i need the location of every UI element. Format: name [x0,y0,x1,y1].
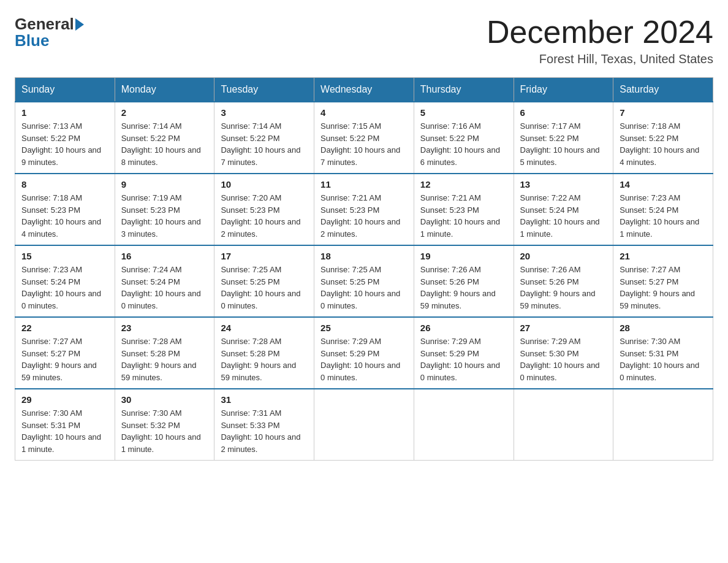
day-number: 10 [221,179,308,190]
calendar-cell: 28 Sunrise: 7:30 AM Sunset: 5:31 PM Dayl… [613,317,713,389]
day-info: Sunrise: 7:14 AM Sunset: 5:22 PM Dayligh… [221,120,308,168]
day-info: Sunrise: 7:23 AM Sunset: 5:24 PM Dayligh… [620,192,707,240]
day-info: Sunrise: 7:24 AM Sunset: 5:24 PM Dayligh… [121,264,208,312]
day-number: 8 [21,179,108,190]
calendar-cell: 31 Sunrise: 7:31 AM Sunset: 5:33 PM Dayl… [214,389,314,461]
calendar-cell: 30 Sunrise: 7:30 AM Sunset: 5:32 PM Dayl… [115,389,214,461]
day-info: Sunrise: 7:13 AM Sunset: 5:22 PM Dayligh… [21,120,108,168]
col-friday: Friday [514,78,613,102]
day-number: 23 [121,323,208,333]
location-text: Forest Hill, Texas, United States [487,52,713,66]
calendar-cell: 10 Sunrise: 7:20 AM Sunset: 5:23 PM Dayl… [214,174,314,245]
week-row-2: 8 Sunrise: 7:18 AM Sunset: 5:23 PM Dayli… [15,174,713,245]
day-number: 9 [121,179,208,190]
calendar-cell: 19 Sunrise: 7:26 AM Sunset: 5:26 PM Dayl… [414,245,514,317]
calendar-cell: 14 Sunrise: 7:23 AM Sunset: 5:24 PM Dayl… [613,174,713,245]
calendar-cell: 22 Sunrise: 7:27 AM Sunset: 5:27 PM Dayl… [15,317,115,389]
day-info: Sunrise: 7:25 AM Sunset: 5:25 PM Dayligh… [320,264,408,312]
day-number: 28 [620,323,707,333]
day-info: Sunrise: 7:21 AM Sunset: 5:23 PM Dayligh… [320,192,408,240]
day-info: Sunrise: 7:16 AM Sunset: 5:22 PM Dayligh… [420,120,507,168]
week-row-5: 29 Sunrise: 7:30 AM Sunset: 5:31 PM Dayl… [15,389,713,461]
day-info: Sunrise: 7:23 AM Sunset: 5:24 PM Dayligh… [21,264,108,312]
day-number: 4 [320,107,408,118]
day-info: Sunrise: 7:17 AM Sunset: 5:22 PM Dayligh… [520,120,607,168]
day-number: 29 [21,394,108,405]
day-number: 18 [320,251,408,261]
day-number: 17 [221,251,308,261]
day-number: 14 [620,179,707,190]
day-info: Sunrise: 7:26 AM Sunset: 5:26 PM Dayligh… [420,264,507,312]
day-number: 3 [221,107,308,118]
calendar-cell: 5 Sunrise: 7:16 AM Sunset: 5:22 PM Dayli… [414,102,514,174]
calendar-cell: 4 Sunrise: 7:15 AM Sunset: 5:22 PM Dayli… [314,102,414,174]
day-info: Sunrise: 7:15 AM Sunset: 5:22 PM Dayligh… [320,120,408,168]
month-title: December 2024 [487,15,713,50]
col-sunday: Sunday [15,78,115,102]
day-info: Sunrise: 7:30 AM Sunset: 5:31 PM Dayligh… [21,407,108,455]
logo-arrow-icon [75,18,84,31]
day-info: Sunrise: 7:19 AM Sunset: 5:23 PM Dayligh… [121,192,208,240]
day-number: 31 [221,394,308,405]
day-info: Sunrise: 7:20 AM Sunset: 5:23 PM Dayligh… [221,192,308,240]
week-row-1: 1 Sunrise: 7:13 AM Sunset: 5:22 PM Dayli… [15,102,713,174]
day-number: 16 [121,251,208,261]
day-number: 13 [520,179,607,190]
calendar-cell: 2 Sunrise: 7:14 AM Sunset: 5:22 PM Dayli… [115,102,214,174]
day-info: Sunrise: 7:27 AM Sunset: 5:27 PM Dayligh… [21,335,108,383]
week-row-4: 22 Sunrise: 7:27 AM Sunset: 5:27 PM Dayl… [15,317,713,389]
calendar-cell: 8 Sunrise: 7:18 AM Sunset: 5:23 PM Dayli… [15,174,115,245]
day-info: Sunrise: 7:25 AM Sunset: 5:25 PM Dayligh… [221,264,308,312]
calendar-cell [613,389,713,461]
col-tuesday: Tuesday [214,78,314,102]
calendar-cell: 6 Sunrise: 7:17 AM Sunset: 5:22 PM Dayli… [514,102,613,174]
day-info: Sunrise: 7:21 AM Sunset: 5:23 PM Dayligh… [420,192,507,240]
calendar-cell: 3 Sunrise: 7:14 AM Sunset: 5:22 PM Dayli… [214,102,314,174]
calendar-cell: 24 Sunrise: 7:28 AM Sunset: 5:28 PM Dayl… [214,317,314,389]
calendar-cell: 7 Sunrise: 7:18 AM Sunset: 5:22 PM Dayli… [613,102,713,174]
calendar-cell: 20 Sunrise: 7:26 AM Sunset: 5:26 PM Dayl… [514,245,613,317]
day-number: 22 [21,323,108,333]
day-info: Sunrise: 7:22 AM Sunset: 5:24 PM Dayligh… [520,192,607,240]
day-number: 2 [121,107,208,118]
day-number: 25 [320,323,408,333]
calendar-cell: 21 Sunrise: 7:27 AM Sunset: 5:27 PM Dayl… [613,245,713,317]
day-number: 26 [420,323,507,333]
calendar-cell: 18 Sunrise: 7:25 AM Sunset: 5:25 PM Dayl… [314,245,414,317]
day-number: 1 [21,107,108,118]
day-number: 30 [121,394,208,405]
calendar-cell: 13 Sunrise: 7:22 AM Sunset: 5:24 PM Dayl… [514,174,613,245]
day-info: Sunrise: 7:14 AM Sunset: 5:22 PM Dayligh… [121,120,208,168]
calendar-cell [514,389,613,461]
day-info: Sunrise: 7:29 AM Sunset: 5:30 PM Dayligh… [520,335,607,383]
calendar-cell: 11 Sunrise: 7:21 AM Sunset: 5:23 PM Dayl… [314,174,414,245]
calendar-table: Sunday Monday Tuesday Wednesday Thursday… [15,77,713,461]
calendar-cell: 29 Sunrise: 7:30 AM Sunset: 5:31 PM Dayl… [15,389,115,461]
title-area: December 2024 Forest Hill, Texas, United… [487,15,713,66]
logo-blue-text: Blue [15,31,49,50]
page-header: General Blue December 2024 Forest Hill, … [15,15,713,66]
day-number: 21 [620,251,707,261]
day-number: 6 [520,107,607,118]
week-row-3: 15 Sunrise: 7:23 AM Sunset: 5:24 PM Dayl… [15,245,713,317]
calendar-cell: 9 Sunrise: 7:19 AM Sunset: 5:23 PM Dayli… [115,174,214,245]
day-number: 20 [520,251,607,261]
day-number: 24 [221,323,308,333]
calendar-cell: 23 Sunrise: 7:28 AM Sunset: 5:28 PM Dayl… [115,317,214,389]
day-number: 11 [320,179,408,190]
day-number: 12 [420,179,507,190]
calendar-cell: 17 Sunrise: 7:25 AM Sunset: 5:25 PM Dayl… [214,245,314,317]
logo: General Blue [15,15,85,50]
day-number: 5 [420,107,507,118]
day-number: 7 [620,107,707,118]
calendar-cell: 1 Sunrise: 7:13 AM Sunset: 5:22 PM Dayli… [15,102,115,174]
calendar-cell: 16 Sunrise: 7:24 AM Sunset: 5:24 PM Dayl… [115,245,214,317]
calendar-cell: 26 Sunrise: 7:29 AM Sunset: 5:29 PM Dayl… [414,317,514,389]
calendar-cell: 15 Sunrise: 7:23 AM Sunset: 5:24 PM Dayl… [15,245,115,317]
day-info: Sunrise: 7:31 AM Sunset: 5:33 PM Dayligh… [221,407,308,455]
day-info: Sunrise: 7:27 AM Sunset: 5:27 PM Dayligh… [620,264,707,312]
col-saturday: Saturday [613,78,713,102]
calendar-cell [314,389,414,461]
calendar-header-row: Sunday Monday Tuesday Wednesday Thursday… [15,78,713,102]
day-info: Sunrise: 7:26 AM Sunset: 5:26 PM Dayligh… [520,264,607,312]
